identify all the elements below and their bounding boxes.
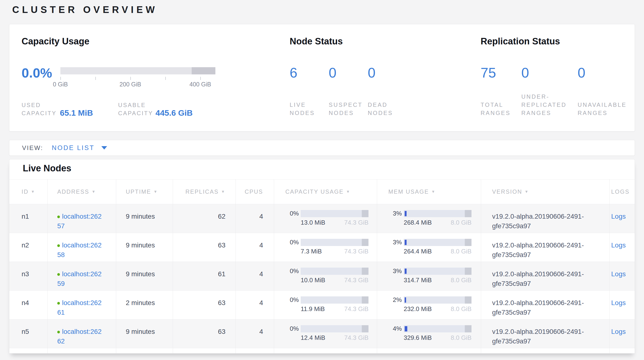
col-header-mem-usage[interactable]: MEM USAGE▼ xyxy=(377,179,481,204)
bar-used-value: 10.0 MiB xyxy=(301,276,325,284)
metric-label-line: NODES xyxy=(329,109,362,117)
col-header-version[interactable]: VERSION▼ xyxy=(481,179,610,204)
metric-label: LIVENODES xyxy=(290,101,315,117)
col-header-id[interactable]: ID▼ xyxy=(9,179,48,204)
uptime-cell: 9 minutes xyxy=(116,233,173,262)
metric-label-line: RANGES xyxy=(578,109,627,117)
bar-fill xyxy=(405,326,407,331)
metric-value: 75 xyxy=(480,65,496,81)
metric-label-line: NODES xyxy=(368,109,393,117)
live-status-dot-icon xyxy=(57,244,60,247)
address-link[interactable]: localhost:26258 xyxy=(57,241,102,258)
bar-total-value: 8.0 GiB xyxy=(451,276,472,284)
bar-capacity-cap xyxy=(465,210,472,217)
metric-unavailable-ranges: 0UNAVAILABLERANGES xyxy=(578,65,585,117)
bar-percent-label: 3% xyxy=(388,239,402,246)
address-link[interactable]: localhost:26259 xyxy=(57,270,102,287)
bar-total-value: 8.0 GiB xyxy=(451,248,472,255)
address-link[interactable]: localhost:26262 xyxy=(57,328,102,345)
metric-value: 0 xyxy=(521,65,529,81)
metric-label-line: RANGES xyxy=(521,109,566,117)
capacity-usage-bar xyxy=(301,210,368,217)
col-header-label: CPUS xyxy=(244,189,263,195)
version-text: v19.2.0-alpha.20190606-2491-gfe735c9a97 xyxy=(492,269,605,288)
metric-under-replicated-ranges: 0UNDER-REPLICATEDRANGES xyxy=(521,65,529,117)
address-cell: localhost:26259 xyxy=(48,262,116,290)
col-header-label: LOGS xyxy=(611,189,630,195)
metric-label-line: NODES xyxy=(290,109,315,117)
bar-used-value: 11.9 MiB xyxy=(301,305,325,313)
axis-tick xyxy=(60,77,61,80)
metric-total-ranges: 75TOTALRANGES xyxy=(480,65,496,117)
capacity-usage-cell: 0%7.3 MiB74.3 GiB xyxy=(274,233,377,262)
replicas-cell: 63 xyxy=(173,319,236,348)
axis-tick-label: 400 GiB xyxy=(190,81,211,88)
used-capacity-label: USED CAPACITY xyxy=(22,101,56,117)
mem-usage-bar xyxy=(404,239,472,246)
metric-label-line: LIVE xyxy=(290,101,315,109)
address-link[interactable]: localhost:26261 xyxy=(57,299,102,316)
axis-tick xyxy=(130,77,131,80)
bar-total-value: 74.3 GiB xyxy=(344,248,368,255)
mem-usage-bar xyxy=(404,268,472,275)
uptime-cell: 9 minutes xyxy=(116,319,173,348)
capacity-usage-bar xyxy=(301,325,368,332)
logs-link[interactable]: Logs xyxy=(611,241,626,249)
metric-suspect-nodes: 0SUSPECTNODES xyxy=(329,65,336,117)
col-header-label: VERSION xyxy=(492,189,522,195)
live-nodes-panel: Live Nodes ID▼ADDRESS▼UPTIME▼REPLICAS▼CP… xyxy=(9,159,635,353)
bar-used-value: 268.4 MiB xyxy=(404,219,432,226)
replicas-cell: 61 xyxy=(173,262,236,290)
bar-capacity-cap xyxy=(465,268,472,275)
mem-usage-cell: 2%232.0 MiB8.0 GiB xyxy=(377,290,481,319)
bar-fill xyxy=(405,297,406,303)
logs-link[interactable]: Logs xyxy=(611,299,626,306)
col-header-label: UPTIME xyxy=(126,189,151,195)
bar-total-value: 8.0 GiB xyxy=(451,334,472,341)
sort-arrow-icon: ▼ xyxy=(346,190,350,194)
col-header-uptime[interactable]: UPTIME▼ xyxy=(116,179,173,204)
view-label: VIEW: xyxy=(22,144,43,152)
uptime-cell: 2 minutes xyxy=(116,290,173,319)
logs-link[interactable]: Logs xyxy=(611,270,626,278)
replicas-cell: 63 xyxy=(173,290,236,319)
live-status-dot-icon xyxy=(57,216,60,218)
col-header-capacity-usage[interactable]: CAPACITY USAGE▼ xyxy=(274,179,377,204)
col-header-address[interactable]: ADDRESS▼ xyxy=(48,179,116,204)
node-id-cell: n4 xyxy=(9,290,48,319)
partial-row-cell xyxy=(377,348,481,353)
live-status-dot-icon xyxy=(57,302,60,305)
uptime-cell: 9 minutes xyxy=(116,204,173,233)
bar-fill xyxy=(405,240,406,245)
col-header-cpus: CPUS xyxy=(236,179,274,204)
bar-capacity-cap xyxy=(362,325,368,332)
sort-arrow-icon: ▼ xyxy=(221,190,226,194)
live-nodes-title: Live Nodes xyxy=(9,159,635,179)
mem-usage-cell: 3%314.7 MiB8.0 GiB xyxy=(377,262,481,290)
col-header-label: ADDRESS xyxy=(57,189,89,195)
bar-percent-label: 4% xyxy=(388,325,402,332)
bar-used-value: 314.7 MiB xyxy=(404,276,432,284)
cpus-cell: 4 xyxy=(236,262,274,290)
metric-label: TOTALRANGES xyxy=(480,101,510,117)
address-link[interactable]: localhost:26257 xyxy=(57,213,102,230)
mem-usage-bar xyxy=(404,325,472,332)
capacity-usage-bar xyxy=(60,67,216,74)
logs-link[interactable]: Logs xyxy=(611,328,626,335)
logs-link[interactable]: Logs xyxy=(611,213,626,220)
bar-percent-label: 0% xyxy=(285,296,299,304)
bar-percent-label: 0% xyxy=(285,267,299,275)
partial-row-cell xyxy=(9,348,48,353)
col-header-replicas[interactable]: REPLICAS▼ xyxy=(173,179,236,204)
col-header-label: CAPACITY USAGE xyxy=(285,189,344,195)
chevron-down-icon xyxy=(101,146,107,149)
metric-value: 6 xyxy=(290,65,297,81)
bar-capacity-cap xyxy=(465,296,472,304)
live-nodes-table: ID▼ADDRESS▼UPTIME▼REPLICAS▼CPUSCAPACITY … xyxy=(9,179,635,353)
metric-label: SUSPECTNODES xyxy=(329,101,362,117)
replicas-cell: 63 xyxy=(173,233,236,262)
mem-usage-bar xyxy=(404,210,472,217)
view-selector-dropdown[interactable]: NODE LIST xyxy=(52,144,107,152)
partial-row-cell xyxy=(610,348,635,353)
logs-cell: Logs xyxy=(610,290,635,319)
